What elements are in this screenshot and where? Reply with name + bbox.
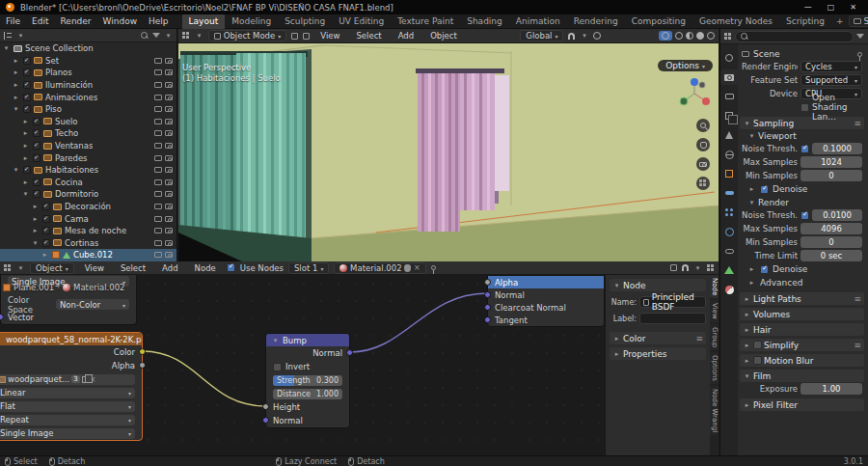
properties-search-input[interactable] <box>735 31 854 42</box>
node-section-header[interactable]: Node <box>610 279 706 291</box>
image-texture-node[interactable]: woodparquet_58_normal-2K-2K.png Color Al… <box>0 332 143 441</box>
noise-threshold-field[interactable]: 0.1000 <box>812 143 862 154</box>
disclosure-icon[interactable] <box>21 129 30 137</box>
tab-material[interactable] <box>720 282 738 297</box>
tangent-input-socket[interactable] <box>484 316 491 323</box>
denoise-checkbox[interactable] <box>760 185 769 194</box>
color-output-socket[interactable] <box>139 348 146 355</box>
outliner-row-piso[interactable]: Piso <box>0 103 176 116</box>
disable-render-icon[interactable] <box>165 252 173 258</box>
image-datablock-selector[interactable]: woodparquet... 3 <box>0 374 135 385</box>
exclude-checkbox[interactable] <box>23 94 31 101</box>
exclude-checkbox[interactable] <box>23 166 31 174</box>
viewport-canvas[interactable]: User Perspective (1) Habitaciones | Suel… <box>178 43 719 261</box>
tab-particles[interactable] <box>720 205 738 220</box>
minimize-button[interactable] <box>804 3 812 12</box>
disclosure-icon[interactable] <box>31 215 40 223</box>
disable-render-icon[interactable] <box>165 106 173 112</box>
hide-viewport-icon[interactable] <box>154 82 162 88</box>
shader-editor-type-icon[interactable] <box>4 264 12 272</box>
disclosure-icon[interactable] <box>31 227 40 234</box>
hide-viewport-icon[interactable] <box>154 155 162 161</box>
tab-compositing[interactable]: Compositing <box>625 14 692 29</box>
hide-viewport-icon[interactable] <box>154 204 162 209</box>
source-dropdown[interactable]: Single Image <box>0 428 135 439</box>
min-samples-field[interactable]: 0 <box>800 236 862 248</box>
outliner-row-ventanas[interactable]: Ventanas <box>0 140 176 152</box>
bump-node[interactable]: Bump Normal Invert Strength 0.300 Distan… <box>265 333 350 428</box>
render-denoise-row[interactable]: Denoise <box>740 262 864 276</box>
outliner-filter-caret-icon[interactable] <box>164 32 173 40</box>
maximize-button[interactable] <box>827 3 835 12</box>
tab-animation[interactable]: Animation <box>509 14 567 29</box>
disable-render-icon[interactable] <box>165 240 173 246</box>
outliner-row-scene-collection[interactable]: Scene Collection <box>0 42 176 55</box>
disable-render-icon[interactable] <box>165 130 173 136</box>
disclosure-icon[interactable] <box>12 94 20 101</box>
shader-menu-node[interactable]: Node <box>189 263 222 273</box>
menu-file[interactable]: File <box>0 16 26 26</box>
zoom-button[interactable] <box>696 119 710 132</box>
outliner-row-habitaciones[interactable]: Habitaciones <box>0 164 176 177</box>
editor-type-caret-icon[interactable] <box>195 32 203 40</box>
clearcoat-normal-input-socket[interactable] <box>484 304 491 311</box>
normal-output-socket[interactable] <box>346 349 353 356</box>
snap-icon[interactable] <box>568 33 575 40</box>
pin-icon[interactable] <box>857 52 862 57</box>
editor-type-caret-icon[interactable] <box>16 264 25 272</box>
viewport-menu-select[interactable]: Select <box>350 31 387 41</box>
tab-object-data[interactable] <box>720 262 738 278</box>
extension-dropdown[interactable]: Repeat <box>0 415 135 425</box>
motion-blur-section-header[interactable]: Motion Blur <box>740 354 864 367</box>
projection-dropdown[interactable]: Flat <box>0 401 135 412</box>
sidebar-tab-node[interactable]: Node <box>710 275 719 298</box>
fake-user-icon[interactable] <box>404 264 411 272</box>
viewport-menu-add[interactable]: Add <box>393 31 420 41</box>
outliner-row-mesa-de-noche[interactable]: Mesa de noche <box>0 225 176 237</box>
properties-filter-icon[interactable] <box>856 34 864 39</box>
exclude-checkbox[interactable] <box>33 190 41 198</box>
feature-set-dropdown[interactable]: Supported <box>800 74 862 86</box>
tab-scene[interactable] <box>720 127 738 143</box>
normal-input-socket[interactable] <box>262 417 269 424</box>
disclosure-icon[interactable] <box>12 57 20 65</box>
tab-scripting[interactable]: Scripting <box>779 14 831 29</box>
editor-type-caret-icon[interactable] <box>16 32 25 40</box>
advanced-row[interactable]: Advanced <box>740 276 864 289</box>
film-section-header[interactable]: Film <box>740 370 864 382</box>
tab-sculpting[interactable]: Sculpting <box>278 14 332 29</box>
tab-view-layer[interactable] <box>720 108 738 123</box>
hide-viewport-icon[interactable] <box>154 95 162 100</box>
hide-viewport-icon[interactable] <box>154 130 162 136</box>
disclosure-icon[interactable] <box>21 178 30 186</box>
osl-checkbox[interactable] <box>800 103 809 112</box>
strength-slider[interactable]: Strength 0.300 <box>273 375 342 386</box>
time-limit-field[interactable]: 0 sec <box>800 250 862 261</box>
exclude-checkbox[interactable] <box>42 215 50 223</box>
disable-render-icon[interactable] <box>165 167 173 173</box>
transform-orientation-dropdown[interactable]: Global <box>520 30 563 41</box>
vector-input-socket[interactable] <box>0 314 4 320</box>
users-count-badge[interactable]: 3 <box>71 375 79 383</box>
disclosure-icon[interactable] <box>41 251 49 259</box>
shader-menu-add[interactable]: Add <box>156 263 183 273</box>
color-space-dropdown[interactable]: Non-Color <box>56 299 129 310</box>
collapse-icon[interactable] <box>271 337 280 344</box>
menu-window[interactable]: Window <box>97 16 144 26</box>
hide-viewport-icon[interactable] <box>154 179 162 185</box>
denoise-checkbox[interactable] <box>760 265 769 274</box>
presets-icon[interactable] <box>854 119 861 128</box>
height-input-socket[interactable] <box>262 403 269 410</box>
shader-menu-view[interactable]: View <box>79 263 110 273</box>
tab-texture-paint[interactable]: Texture Paint <box>391 14 460 29</box>
tab-tool[interactable] <box>720 50 738 66</box>
hide-viewport-icon[interactable] <box>154 58 162 64</box>
node-label-field[interactable] <box>639 313 706 324</box>
outliner-row-dormitorio[interactable]: Dormitorio <box>0 188 176 201</box>
exclude-checkbox[interactable] <box>33 154 41 162</box>
disclosure-icon[interactable] <box>21 118 30 125</box>
hide-viewport-icon[interactable] <box>154 69 162 75</box>
shading-wireframe-icon[interactable] <box>675 32 683 40</box>
proportional-edit-icon[interactable] <box>593 32 601 40</box>
exclude-checkbox[interactable] <box>42 227 50 234</box>
